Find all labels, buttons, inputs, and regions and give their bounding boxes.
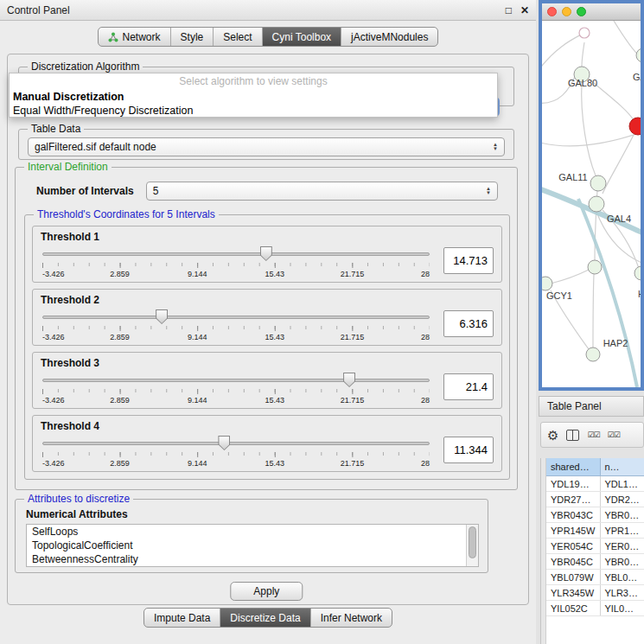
dropdown-option-manual-discretization[interactable]: Manual Discretization	[10, 90, 497, 104]
tab-infer-network[interactable]: Infer Network	[310, 609, 392, 627]
threshold-value-field[interactable]: 6.316	[443, 310, 494, 337]
list-item[interactable]: TopologicalCoefficient	[27, 539, 478, 552]
attributes-scrollbar[interactable]	[466, 525, 478, 566]
network-node[interactable]	[636, 48, 641, 62]
network-node[interactable]	[588, 260, 602, 274]
network-node-hap2[interactable]	[586, 348, 600, 361]
threshold-value-field[interactable]: 21.4	[443, 373, 494, 400]
tab-cyni-toolbox[interactable]: Cyni Toolbox	[262, 28, 341, 46]
table-row[interactable]: YLR345W YLR3…	[546, 585, 644, 601]
scale-label: -3.426	[42, 396, 65, 405]
tab-select[interactable]: Select	[213, 28, 261, 46]
network-node[interactable]	[634, 266, 641, 280]
scale-label: 2.859	[110, 459, 130, 468]
apply-button[interactable]: Apply	[230, 582, 303, 601]
scale-label: 9.144	[188, 270, 207, 278]
tab-style[interactable]: Style	[170, 28, 214, 46]
column-header-name[interactable]: n…	[601, 458, 644, 475]
thresholds-group: Threshold's Coordinates for 5 Intervals …	[24, 214, 510, 480]
threshold-slider[interactable]: -3.426 2.859 9.144 15.43 21.715 28	[41, 371, 431, 407]
tab-network[interactable]: Network	[99, 28, 170, 46]
network-edge	[551, 270, 589, 284]
table-cell[interactable]: YIL0…	[601, 601, 644, 615]
table-cell[interactable]: YDL19…	[546, 476, 601, 491]
table-cell[interactable]: YLR3…	[601, 585, 644, 600]
float-window-icon[interactable]: □	[506, 4, 512, 16]
table-cell[interactable]: YER0…	[601, 539, 644, 553]
scale-label: 2.859	[110, 333, 130, 341]
table-row[interactable]: YDL19… YDL1…	[546, 476, 644, 492]
tab-label: Style	[181, 31, 204, 43]
gear-icon[interactable]: ⚙	[547, 429, 558, 442]
slider-track[interactable]	[42, 379, 430, 382]
table-cell[interactable]: YBR0…	[601, 507, 644, 522]
table-row[interactable]: YIL052C YIL0…	[546, 601, 644, 616]
table-row[interactable]: YER054C YER0…	[546, 539, 644, 554]
network-edge	[542, 131, 641, 146]
tab-discretize-data[interactable]: Discretize Data	[220, 609, 309, 627]
slider-track[interactable]	[42, 442, 430, 445]
threshold-slider[interactable]: -3.426 2.859 9.144 15.43 21.715 28	[41, 434, 431, 470]
checkbox-group-icon[interactable]: ☑☑	[608, 430, 620, 439]
window-minimize-light[interactable]	[562, 7, 571, 16]
table-cell[interactable]: YER054C	[546, 539, 601, 553]
close-panel-icon[interactable]: ✕	[520, 4, 529, 16]
column-header-shared-name[interactable]: shared…	[546, 458, 601, 475]
slider-track[interactable]	[42, 252, 430, 256]
table-cell[interactable]: YBL0…	[601, 570, 644, 584]
tab-jactivemnodules[interactable]: jActiveMNodules	[341, 28, 437, 46]
list-item[interactable]: SelfLoops	[27, 525, 478, 539]
window-close-light[interactable]	[547, 7, 557, 16]
scale-label: 28	[421, 333, 430, 341]
scrollbar-thumb[interactable]	[469, 526, 476, 558]
table-row[interactable]: YPR145W YPR1…	[546, 523, 644, 539]
table-cell[interactable]: YBL079W	[546, 570, 601, 584]
table-row[interactable]: YBL079W YBL0…	[546, 570, 644, 585]
table-cell[interactable]: YBR043C	[546, 507, 601, 522]
network-node-gcy1[interactable]	[542, 277, 552, 290]
slider-knob[interactable]	[218, 436, 230, 450]
slider-knob[interactable]	[343, 373, 355, 387]
table-cell[interactable]: YBR045C	[546, 554, 601, 569]
tab-impute-data[interactable]: Impute Data	[144, 609, 220, 627]
number-of-intervals-combo[interactable]: 5 ▲ ▼	[146, 182, 498, 201]
network-canvas[interactable]: GAL80 GAL11 GAL4 GCY1 HAP2 GA H	[542, 21, 641, 387]
table-row[interactable]: YBR043C YBR0…	[546, 507, 644, 523]
network-window-titlebar[interactable]	[542, 3, 641, 21]
table-cell[interactable]: YPR145W	[546, 523, 601, 538]
scale-label: 21.715	[341, 270, 365, 278]
network-graph: GAL80 GAL11 GAL4 GCY1 HAP2 GA H	[542, 21, 641, 387]
threshold-value-field[interactable]: 14.713	[443, 247, 494, 274]
network-node-gal11[interactable]	[590, 175, 606, 191]
table-cell[interactable]: YBR0…	[601, 554, 644, 569]
table-cell[interactable]: YDR2…	[601, 492, 644, 507]
table-panel-title: Table Panel	[547, 400, 602, 412]
table-cell[interactable]: YIL052C	[546, 601, 601, 615]
threshold-slider[interactable]: -3.426 2.859 9.144 15.43 21.715 28	[41, 308, 431, 344]
window-zoom-light[interactable]	[577, 7, 586, 16]
attributes-list: SelfLoops TopologicalCoefficient Between…	[26, 524, 479, 567]
slider-scale: -3.426 2.859 9.144 15.43 21.715 28	[42, 396, 430, 405]
checkbox-group-icon[interactable]: ☑☑	[587, 430, 599, 439]
table-cell[interactable]: YDR27…	[546, 492, 601, 507]
table-cell[interactable]: YDL1…	[601, 476, 644, 491]
threshold-value-field[interactable]: 11.344	[443, 437, 494, 463]
slider-knob[interactable]	[156, 309, 168, 324]
table-row[interactable]: YBR045C YBR0…	[546, 554, 644, 570]
network-node[interactable]	[579, 28, 590, 38]
table-data-combo[interactable]: galFiltered.sif default node ▲ ▼	[28, 137, 505, 156]
tick-strip	[42, 389, 430, 394]
list-item[interactable]: BetweennessCentrality	[27, 552, 478, 566]
table-cell[interactable]: YLR345W	[546, 585, 601, 600]
table-cell[interactable]: YPR1…	[601, 523, 644, 538]
table-row[interactable]: YDR27… YDR2…	[546, 492, 644, 507]
control-panel-title: Control Panel	[7, 4, 70, 16]
slider-track[interactable]	[42, 316, 430, 319]
slider-knob[interactable]	[260, 246, 272, 261]
dropdown-option-equal-width-frequency[interactable]: Equal Width/Frequency Discretization	[10, 104, 497, 118]
threshold-label: Threshold 1	[41, 231, 494, 243]
network-node-selected-red[interactable]	[629, 118, 641, 135]
threshold-slider[interactable]: -3.426 2.859 9.144 15.43 21.715 28	[41, 245, 431, 281]
network-node-gal4[interactable]	[589, 196, 604, 212]
columns-icon[interactable]	[566, 430, 579, 441]
